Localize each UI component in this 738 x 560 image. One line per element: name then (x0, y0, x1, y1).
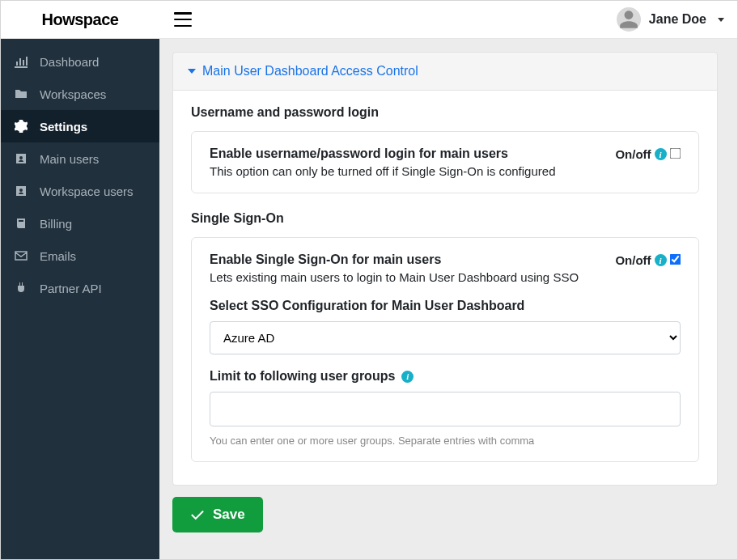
info-icon[interactable]: i (655, 254, 667, 266)
panel-body: Username and password login Enable usern… (172, 91, 718, 486)
save-button[interactable]: Save (172, 497, 263, 532)
brand-logo: Howspace (42, 11, 119, 29)
sso-row-title: Enable Single Sign-On for main users (210, 252, 599, 267)
sidebar-item-label: Settings (40, 120, 87, 134)
sidebar-item-label: Workspace users (40, 185, 134, 198)
sidebar-item-label: Billing (40, 217, 72, 231)
sso-onoff-label: On/off i (615, 253, 666, 267)
collapse-icon (188, 69, 196, 74)
sso-row-sub: Lets existing main users to login to Mai… (210, 270, 599, 284)
sidebar-item-label: Emails (40, 249, 76, 263)
userpass-section-title: Username and password login (191, 105, 699, 120)
sidebar-item-dashboard[interactable]: Dashboard (1, 45, 159, 78)
sidebar-item-workspaces[interactable]: Workspaces (1, 78, 159, 110)
sidebar-item-emails[interactable]: Emails (1, 240, 159, 272)
sso-toggle-checkbox[interactable] (670, 254, 681, 265)
check-icon (190, 507, 205, 522)
userpass-card: Enable username/password login for main … (191, 131, 699, 193)
main-content: Main User Dashboard Access Control Usern… (159, 39, 737, 559)
sidebar-item-label: Dashboard (40, 55, 99, 69)
sso-groups-input[interactable] (210, 392, 681, 426)
caret-down-icon (718, 18, 724, 22)
sso-section-title: Single Sign-On (191, 211, 699, 226)
folder-icon (14, 87, 28, 101)
sidebar-item-billing[interactable]: Billing (1, 207, 159, 240)
userpass-toggle-checkbox[interactable] (670, 148, 681, 159)
panel-title: Main User Dashboard Access Control (202, 64, 418, 78)
gear-icon (14, 119, 28, 134)
sidebar-item-label: Partner API (40, 282, 102, 295)
sso-groups-label: Limit to following user groups i (210, 369, 681, 384)
sidebar: Dashboard Workspaces Settings Main users… (1, 39, 159, 559)
topbar: Howspace Jane Doe (1, 1, 737, 39)
sidebar-item-main-users[interactable]: Main users (1, 142, 159, 175)
sso-card: Enable Single Sign-On for main users Let… (191, 237, 699, 462)
info-icon[interactable]: i (655, 148, 667, 160)
sso-groups-hint: You can enter one or more user groups. S… (210, 435, 681, 447)
book-icon (14, 216, 28, 231)
menu-toggle-icon[interactable] (174, 12, 192, 27)
sidebar-item-workspace-users[interactable]: Workspace users (1, 175, 159, 207)
chart-icon (14, 54, 28, 69)
panel-header[interactable]: Main User Dashboard Access Control (172, 52, 718, 91)
users-icon (14, 184, 28, 198)
userpass-onoff-label: On/off i (615, 147, 666, 161)
sso-config-label: Select SSO Configuration for Main User D… (210, 299, 681, 313)
logo-area: Howspace (1, 11, 159, 29)
envelope-icon (14, 248, 28, 263)
info-icon[interactable]: i (401, 371, 414, 383)
sidebar-item-partner-api[interactable]: Partner API (1, 272, 159, 304)
user-icon (14, 151, 28, 166)
user-menu[interactable]: Jane Doe (617, 7, 724, 32)
sso-config-select[interactable]: Azure AD (210, 321, 681, 354)
plug-icon (14, 281, 28, 295)
sidebar-item-label: Workspaces (40, 87, 106, 101)
userpass-row-sub: This option can only be turned off if Si… (210, 164, 599, 178)
sidebar-item-label: Main users (40, 152, 99, 166)
user-name: Jane Doe (649, 12, 706, 27)
avatar-icon (617, 7, 641, 32)
sidebar-item-settings[interactable]: Settings (1, 110, 159, 142)
userpass-row-title: Enable username/password login for main … (210, 146, 599, 161)
